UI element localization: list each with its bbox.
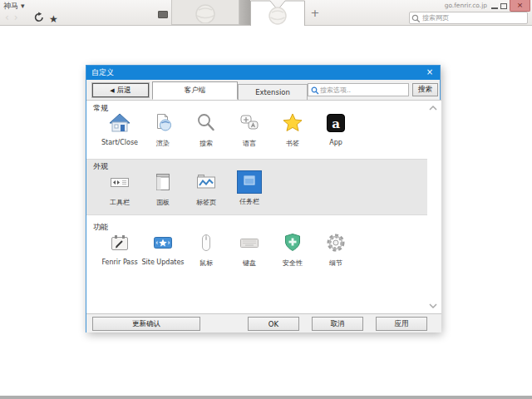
category-item-start-close[interactable]: Start/Close xyxy=(98,111,141,146)
category-label: 鼠标 xyxy=(185,259,228,268)
star-icon: ★ xyxy=(49,13,58,25)
category-label: 语言 xyxy=(228,139,271,148)
apply-button[interactable]: 应用 xyxy=(376,317,427,331)
render-engine-icon xyxy=(150,111,175,135)
category-label: 面板 xyxy=(141,198,185,207)
toolbar-icon xyxy=(107,170,132,194)
chevron-down-icon: ▾ xyxy=(21,2,25,10)
fenrir-pass-icon xyxy=(107,231,132,254)
category-item-fenrir-pass[interactable]: Fenrir Pass xyxy=(98,231,141,266)
category-label: 标签页 xyxy=(185,198,228,207)
search-icon xyxy=(411,14,421,23)
browser-chrome: 神马 ▾ ‹› ★ xyxy=(0,0,532,26)
svg-text:a: a xyxy=(332,116,340,131)
search-icon xyxy=(311,86,319,95)
category-item-bookmarks[interactable]: 书签 xyxy=(271,111,314,148)
site-updates-icon xyxy=(150,231,175,254)
web-search-box[interactable] xyxy=(409,12,528,24)
category-item-tab-page[interactable]: 标签页 xyxy=(185,170,228,207)
globe-icon xyxy=(172,0,239,23)
dialog-title: 自定义 xyxy=(91,68,114,76)
dialog-footer: 更新确认 OK 取消 应用 xyxy=(86,314,441,332)
tab-extension[interactable]: Extension xyxy=(238,84,308,100)
back-button[interactable]: ◀ 后退 xyxy=(92,83,149,97)
dialog-content: 常规 Start/Close xyxy=(86,100,441,314)
browser-tab-inactive[interactable] xyxy=(171,0,239,25)
search-button[interactable]: 搜索 xyxy=(412,83,438,96)
category-label: 工具栏 xyxy=(98,198,141,207)
back-forward-buttons-disabled[interactable]: ‹› xyxy=(5,12,23,23)
cancel-button[interactable]: 取消 xyxy=(312,317,363,331)
window-title-url: go.fenrir.co.jp xyxy=(414,2,487,9)
category-label: 安全性 xyxy=(271,259,314,268)
keyboard-icon xyxy=(237,231,262,254)
tab-client[interactable]: 客户端 xyxy=(152,81,238,100)
refresh-button[interactable] xyxy=(33,11,47,24)
language-icon xyxy=(237,111,262,135)
bookmark-button[interactable]: ★ xyxy=(49,10,62,23)
category-label: 任务栏 xyxy=(228,197,271,206)
taskbar-icon xyxy=(237,170,262,194)
category-label: 搜索 xyxy=(185,139,228,148)
category-label: App xyxy=(314,139,357,146)
scroll-down-button[interactable] xyxy=(428,303,438,309)
refresh-icon xyxy=(33,12,45,23)
dialog-titlebar[interactable]: 自定义 × xyxy=(86,66,440,80)
category-item-search[interactable]: 搜索 xyxy=(185,111,228,148)
security-shield-icon xyxy=(280,231,305,254)
browser-tab-active[interactable] xyxy=(250,0,305,26)
app-menu-label: 神马 xyxy=(3,2,18,10)
back-button-label: 后退 xyxy=(117,86,131,96)
status-bar-strip xyxy=(0,396,532,399)
search-icon xyxy=(194,111,219,135)
gear-icon xyxy=(323,231,348,254)
back-arrow-icon: ◀ xyxy=(110,87,114,94)
category-item-render[interactable]: 渲染 xyxy=(141,111,185,148)
category-item-details[interactable]: 细节 xyxy=(314,231,357,268)
category-label: 细节 xyxy=(314,259,357,268)
category-label: Site Updates xyxy=(141,259,185,266)
tab-page-icon xyxy=(194,170,219,194)
category-item-taskbar-selected[interactable]: 任务栏 xyxy=(228,170,271,206)
option-search-input[interactable] xyxy=(320,84,406,96)
close-icon: × xyxy=(517,1,524,9)
dialog-toolbar: ◀ 后退 客户端 Extension 搜索 xyxy=(86,80,440,100)
close-window-button[interactable]: × xyxy=(510,0,530,12)
category-item-panel[interactable]: 面板 xyxy=(141,170,185,207)
web-search-input[interactable] xyxy=(422,12,525,23)
bookmark-star-icon xyxy=(280,111,305,135)
home-icon xyxy=(107,111,132,135)
close-icon: × xyxy=(426,67,433,76)
minimize-button[interactable] xyxy=(491,7,498,9)
category-item-keyboard[interactable]: 键盘 xyxy=(228,231,271,268)
dialog-close-button[interactable]: × xyxy=(424,66,436,80)
category-label: 渲染 xyxy=(141,139,185,148)
tab-separator xyxy=(239,0,250,25)
scroll-up-button[interactable] xyxy=(428,105,438,111)
maximize-button[interactable] xyxy=(500,3,507,9)
screen: 神马 ▾ ‹› ★ xyxy=(0,0,532,399)
category-item-toolbar[interactable]: 工具栏 xyxy=(98,170,141,207)
category-item-security[interactable]: 安全性 xyxy=(271,231,314,268)
new-tab-button[interactable]: + xyxy=(308,7,322,20)
category-label: 书签 xyxy=(271,139,314,148)
category-label: Start/Close xyxy=(98,139,141,146)
panel-icon xyxy=(150,170,175,194)
app-icon: a xyxy=(323,111,348,135)
mouse-icon xyxy=(194,231,219,254)
ok-button[interactable]: OK xyxy=(248,317,299,331)
category-item-app[interactable]: a App xyxy=(314,111,357,146)
category-label: Fenrir Pass xyxy=(98,259,141,266)
category-label: 键盘 xyxy=(228,259,271,268)
option-search-box[interactable] xyxy=(308,83,409,96)
app-menu-button[interactable]: 神马 ▾ xyxy=(3,1,24,12)
globe-icon xyxy=(269,7,286,24)
tab-panel-toggle-icon[interactable] xyxy=(158,11,168,18)
category-item-site-updates[interactable]: Site Updates xyxy=(141,231,185,266)
customize-dialog: 自定义 × ◀ 后退 客户端 Extension 搜索 xyxy=(86,65,441,332)
category-item-language[interactable]: 语言 xyxy=(228,111,271,148)
category-item-mouse[interactable]: 鼠标 xyxy=(185,231,228,268)
update-check-button[interactable]: 更新确认 xyxy=(92,317,200,331)
